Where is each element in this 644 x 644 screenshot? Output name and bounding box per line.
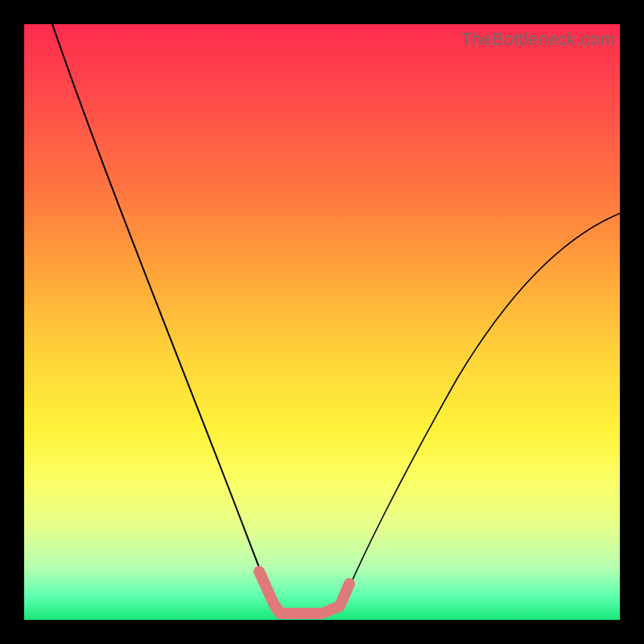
chart-plot-area: TheBottleneck.com bbox=[24, 24, 620, 620]
curve-left-branch bbox=[52, 24, 274, 604]
chart-svg bbox=[24, 24, 620, 620]
highlight-marker bbox=[259, 572, 349, 613]
curve-right-branch bbox=[342, 213, 620, 604]
chart-frame: TheBottleneck.com bbox=[0, 0, 644, 644]
